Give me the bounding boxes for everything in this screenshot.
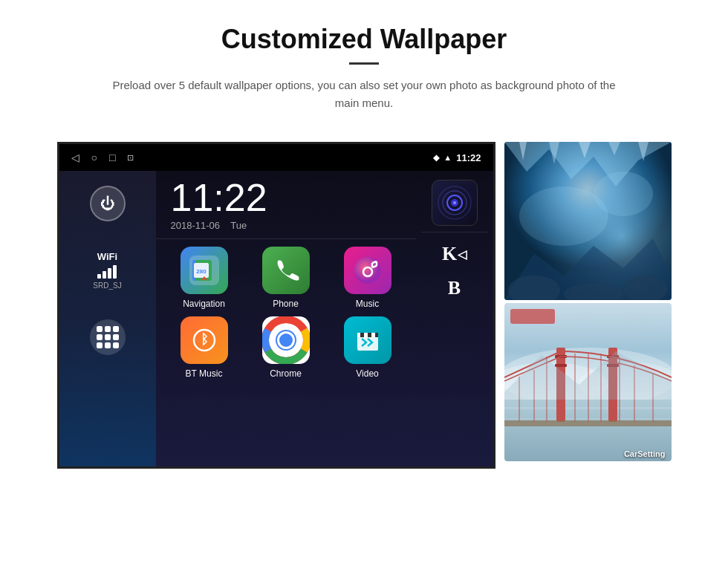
clock-date-value: 2018-11-06 — [171, 220, 221, 231]
svg-rect-53 — [555, 364, 567, 367]
status-bar-right: ◆ ▲ 11:22 — [433, 152, 481, 163]
svg-point-28 — [453, 201, 456, 204]
clock-date: 2018-11-06 Tue — [171, 220, 401, 231]
home-icon[interactable]: ○ — [91, 152, 97, 163]
svg-text:280: 280 — [196, 268, 207, 275]
phone-icon — [262, 247, 310, 294]
title-divider — [349, 62, 379, 65]
power-button[interactable]: ⏻ — [90, 186, 126, 221]
content-area: ◁ ○ □ ⊡ ◆ ▲ 11:22 ⏻ WiFi — [0, 127, 728, 469]
b-shortcut[interactable]: B — [422, 273, 487, 304]
ki-shortcut[interactable]: K ◁ — [422, 238, 487, 270]
svg-point-18 — [279, 333, 293, 347]
status-bar-nav: ◁ ○ □ ⊡ — [71, 152, 134, 163]
b-label: B — [448, 277, 461, 299]
device-screen: ◁ ○ □ ⊡ ◆ ▲ 11:22 ⏻ WiFi — [57, 142, 495, 469]
music-icon — [344, 247, 391, 294]
wallpaper-thumb-ice-cave[interactable] — [504, 142, 672, 300]
status-bar: ◁ ○ □ ⊡ ◆ ▲ 11:22 — [59, 144, 493, 171]
wifi-ssid: SRD_SJ — [93, 282, 121, 290]
app-chrome[interactable]: Chrome — [249, 316, 323, 379]
chrome-label: Chrome — [270, 368, 302, 379]
location-status-icon: ◆ — [433, 153, 439, 163]
svg-point-6 — [354, 257, 381, 284]
right-shortcuts: K ◁ B — [416, 171, 493, 466]
wifi-bar-3 — [108, 268, 111, 279]
wifi-label: WiFi — [93, 251, 121, 262]
navigation-label: Navigation — [183, 299, 225, 309]
music-label: Music — [356, 299, 379, 309]
clock-area: 11:22 2018-11-06 Tue — [156, 171, 416, 239]
navigation-icon: 280 — [181, 247, 228, 294]
chrome-icon — [262, 316, 310, 364]
svg-rect-65 — [504, 420, 672, 426]
wifi-info: WiFi SRD_SJ — [93, 251, 121, 290]
grid-dots-icon — [97, 326, 119, 348]
svg-rect-22 — [368, 333, 371, 337]
ki-label: K — [442, 243, 457, 265]
svg-rect-19 — [357, 336, 378, 351]
app-phone[interactable]: Phone — [249, 247, 323, 309]
screenshot-icon[interactable]: ⊡ — [127, 153, 134, 163]
center-content: 11:22 2018-11-06 Tue — [156, 171, 416, 466]
wallpaper-thumbnails: CarSetting — [504, 142, 672, 461]
app-video[interactable]: Video — [331, 316, 405, 379]
wifi-bar-4 — [113, 265, 117, 279]
apps-row-1: 280 Navigation — [163, 247, 409, 309]
back-icon[interactable]: ◁ — [71, 152, 79, 163]
apps-area: 280 Navigation — [156, 239, 416, 466]
screen-body: ⏻ WiFi SRD_SJ — [59, 171, 493, 466]
svg-text:ᛒ: ᛒ — [200, 332, 208, 347]
svg-point-34 — [594, 172, 653, 216]
svg-rect-23 — [375, 333, 378, 337]
ki-arrow: ◁ — [458, 247, 467, 261]
carsetting-label: CarSetting — [624, 449, 666, 458]
btmusic-icon: ᛒ — [181, 316, 228, 364]
video-icon — [344, 316, 391, 364]
apps-row-2: ᛒ BT Music — [163, 316, 409, 379]
wallpaper-decoration — [510, 309, 555, 324]
recents-icon[interactable]: □ — [109, 152, 115, 163]
sidebar: ⏻ WiFi SRD_SJ — [59, 171, 156, 466]
wallpaper-thumb-bridge[interactable]: CarSetting — [504, 303, 672, 461]
wifi-bars — [93, 265, 121, 279]
page-header: Customized Wallpaper Preload over 5 defa… — [0, 0, 728, 127]
signal-icon: ▲ — [443, 153, 452, 162]
apps-grid-button[interactable] — [90, 319, 126, 355]
wifi-bar-2 — [103, 271, 106, 279]
clock-day-value: Tue — [230, 220, 247, 231]
wifi-bar-1 — [97, 274, 101, 279]
app-music[interactable]: Music — [331, 247, 405, 309]
page-title: Customized Wallpaper — [59, 24, 669, 55]
phone-label: Phone — [273, 299, 299, 309]
svg-rect-21 — [360, 333, 364, 337]
app-navigation[interactable]: 280 Navigation — [167, 247, 241, 309]
video-label: Video — [356, 368, 378, 379]
app-btmusic[interactable]: ᛒ BT Music — [167, 316, 241, 379]
page-subtitle: Preload over 5 default wallpaper options… — [104, 77, 624, 112]
btmusic-label: BT Music — [186, 368, 223, 379]
clock-time: 11:22 — [171, 178, 401, 217]
radio-widget[interactable] — [432, 180, 478, 226]
status-time: 11:22 — [456, 152, 481, 163]
